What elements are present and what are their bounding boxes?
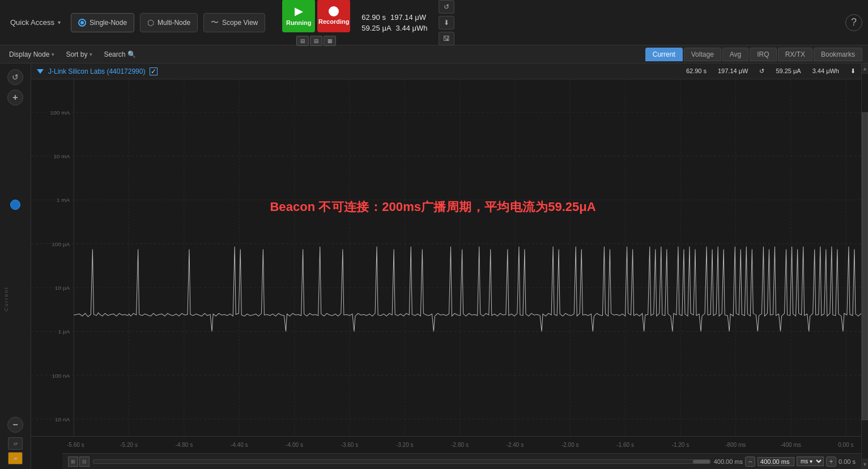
- scrollbar-up-btn[interactable]: ▲: [862, 64, 868, 74]
- svg-text:100 mA: 100 mA: [50, 109, 70, 116]
- power-value: 197.14 μW: [390, 13, 426, 22]
- time-input[interactable]: [758, 457, 794, 466]
- tab-bookmarks[interactable]: Bookmarks: [814, 48, 862, 61]
- svg-text:-4.40 s: -4.40 s: [231, 442, 248, 448]
- header-save-icon[interactable]: ⬇: [850, 67, 856, 75]
- radio-filled-icon: [78, 19, 86, 27]
- save-button[interactable]: ↺: [439, 0, 454, 14]
- x-axis-svg: -5.60 s -5.20 s -4.80 s -4.40 s -4.00 s …: [31, 437, 861, 453]
- svg-text:-5.60 s: -5.60 s: [67, 442, 84, 448]
- time-range-label: 400.00 ms: [714, 458, 743, 465]
- svg-text:-3.60 s: -3.60 s: [341, 442, 359, 448]
- scroll-thumb: [693, 460, 710, 463]
- sub-btn-3[interactable]: ▦: [324, 36, 336, 46]
- svg-text:10 nA: 10 nA: [55, 416, 70, 422]
- chart-area: J-Link Silicon Labs (440172990) ✓ 62.90 …: [31, 64, 861, 469]
- header-reload-icon[interactable]: ↺: [759, 67, 764, 75]
- sort-by-chevron: ▾: [90, 52, 92, 57]
- scope-view-button[interactable]: 〜 Scope View: [203, 13, 265, 32]
- quick-access-button[interactable]: Quick Access ▾: [6, 16, 65, 29]
- search-button[interactable]: Search 🔍: [100, 49, 139, 60]
- device-check-button[interactable]: ✓: [150, 67, 158, 75]
- header-power: 197.14 μW: [718, 67, 748, 75]
- tab-avg[interactable]: Avg: [722, 48, 748, 61]
- multi-node-icon: ⬡: [147, 18, 154, 27]
- tab-voltage[interactable]: Voltage: [684, 48, 721, 61]
- svg-text:1 μA: 1 μA: [58, 328, 70, 335]
- undo-button[interactable]: ↺: [7, 69, 23, 85]
- header-current: 59.25 μA: [776, 67, 801, 75]
- time-unit-select[interactable]: ms ▾ s: [797, 457, 824, 466]
- scroll-area[interactable]: [93, 459, 710, 464]
- svg-rect-0: [31, 79, 861, 452]
- svg-text:-4.80 s: -4.80 s: [176, 442, 193, 448]
- x-axis: -5.60 s -5.20 s -4.80 s -4.40 s -4.00 s …: [31, 436, 861, 452]
- svg-text:10 μA: 10 μA: [55, 285, 70, 291]
- right-tabs: Current Voltage Avg IRQ RX/TX Bookmarks: [645, 48, 862, 61]
- svg-text:100 μA: 100 μA: [52, 241, 70, 247]
- zoom-minus-btn[interactable]: −: [745, 457, 755, 467]
- multi-node-button[interactable]: ⬡ Multi-Node: [140, 13, 198, 32]
- tab-rxtx[interactable]: RX/TX: [778, 48, 812, 61]
- scrollbar-down-btn[interactable]: ▼: [862, 459, 868, 469]
- sub-btn-1[interactable]: ▤: [296, 36, 309, 46]
- sort-by-button[interactable]: Sort by ▾: [62, 49, 96, 60]
- bottom-bar: ⊞ ⊟ 400.00 ms − ms ▾ s + 0.00 s: [62, 453, 861, 469]
- display-node-label: Display Node: [9, 50, 49, 58]
- recording-label: Recording: [318, 18, 349, 25]
- main-toolbar: Quick Access ▾ Single-Node ⬡ Multi-Node …: [0, 0, 868, 45]
- help-label: ?: [851, 16, 857, 28]
- left-panel: ↺ + − Current ▱ ▰: [0, 64, 31, 469]
- svg-text:-4.00 s: -4.00 s: [286, 442, 303, 448]
- single-node-button[interactable]: Single-Node: [71, 13, 134, 32]
- sort-by-label: Sort by: [66, 50, 87, 58]
- recording-button[interactable]: Recording: [317, 0, 350, 32]
- scrollbar-thumb: [862, 112, 868, 420]
- time-offset-label: 0.00 s: [839, 458, 856, 465]
- secondary-toolbar: Display Node ▾ Sort by ▾ Search 🔍 Curren…: [0, 45, 868, 64]
- export-button[interactable]: 🖫: [439, 32, 454, 45]
- chart-svg: 100 mA 10 mA 1 mA 100 μA 10 μA 1 μA 100 …: [31, 79, 861, 452]
- multi-node-label: Multi-Node: [158, 19, 190, 27]
- chart-annotation: Beacon 不可连接：200ms广播周期，平均电流为59.25μA: [270, 200, 596, 214]
- header-time: 62.90 s: [686, 67, 707, 75]
- svg-text:100 nA: 100 nA: [52, 373, 70, 379]
- chart-header-stats: 62.90 s 197.14 μW ↺ 59.25 μA 3.44 μWh ⬇: [686, 67, 856, 75]
- mini-icon-2[interactable]: ⊟: [79, 457, 90, 467]
- help-button[interactable]: ?: [845, 14, 862, 31]
- zoom-in-button[interactable]: +: [7, 90, 23, 105]
- current-value: 59.25 μA: [361, 24, 391, 32]
- device-name: J-Link Silicon Labs (440172990): [48, 67, 145, 75]
- tab-irq[interactable]: IRQ: [750, 48, 776, 61]
- sub-btn-2[interactable]: ▤: [310, 36, 322, 46]
- main-area: ↺ + − Current ▱ ▰ J-Link Silicon Labs (4…: [0, 64, 868, 469]
- sub-buttons: ▤ ▤ ▦: [296, 36, 336, 46]
- svg-text:-2.40 s: -2.40 s: [507, 442, 524, 448]
- zoom-plus-btn[interactable]: +: [826, 457, 836, 467]
- mini-icon-1[interactable]: ⊞: [68, 457, 78, 467]
- marker2-button[interactable]: ▰: [8, 452, 23, 464]
- header-energy: 3.44 μWh: [812, 67, 839, 75]
- download-button[interactable]: ⬇: [439, 16, 454, 29]
- record-dot-icon: [329, 6, 339, 16]
- svg-text:-2.00 s: -2.00 s: [561, 442, 579, 448]
- marker1-button[interactable]: ▱: [8, 437, 23, 450]
- running-label: Running: [286, 19, 312, 26]
- svg-text:-2.80 s: -2.80 s: [451, 442, 469, 448]
- search-label: Search: [104, 50, 125, 58]
- chevron-down-icon: ▾: [58, 19, 61, 26]
- energy-value: 3.44 μWh: [396, 24, 428, 32]
- tab-current[interactable]: Current: [645, 48, 683, 61]
- device-triangle-icon: [37, 69, 44, 74]
- svg-text:0.00 s: 0.00 s: [838, 442, 853, 448]
- running-button[interactable]: ▶ Running: [282, 0, 315, 32]
- play-icon: ▶: [295, 5, 303, 18]
- zoom-out-button[interactable]: −: [7, 417, 23, 433]
- display-node-button[interactable]: Display Node ▾: [6, 49, 58, 60]
- svg-text:10 mA: 10 mA: [53, 153, 70, 159]
- chart-container: 100 mA 10 mA 1 mA 100 μA 10 μA 1 μA 100 …: [31, 79, 861, 452]
- svg-text:-800 ms: -800 ms: [725, 442, 746, 448]
- svg-text:-3.20 s: -3.20 s: [396, 442, 414, 448]
- single-node-label: Single-Node: [90, 19, 127, 27]
- svg-text:1 mA: 1 mA: [57, 197, 70, 204]
